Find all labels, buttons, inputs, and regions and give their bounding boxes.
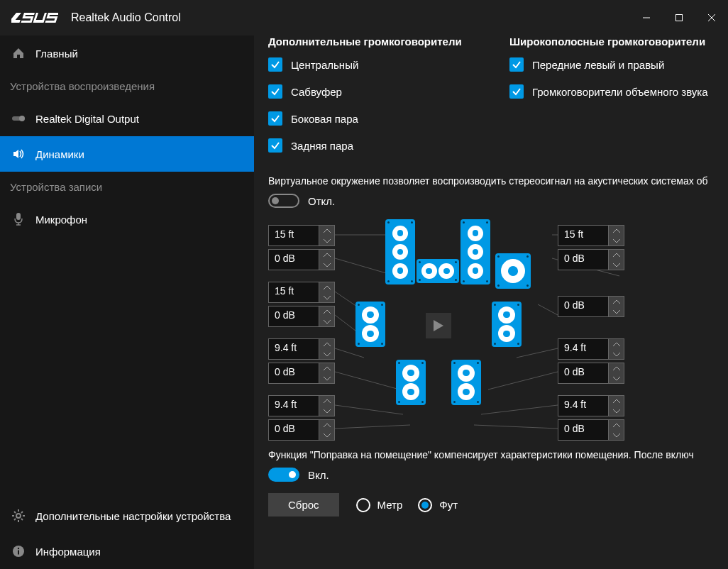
- play-button[interactable]: [426, 313, 451, 338]
- virtual-surround-state: Откл.: [308, 195, 335, 207]
- svg-line-14: [14, 519, 16, 520]
- gear-icon: [10, 509, 27, 522]
- distance-spinner[interactable]: 9.4 ft: [558, 338, 624, 360]
- gain-spinner[interactable]: 0 dB: [268, 419, 335, 441]
- chevron-up-icon[interactable]: [319, 306, 334, 316]
- content: Дополнительные громкоговорители Централь…: [254, 35, 728, 569]
- svg-line-25: [538, 304, 558, 315]
- svg-line-30: [335, 405, 403, 414]
- svg-line-31: [335, 425, 410, 429]
- chevron-down-icon[interactable]: [319, 430, 334, 440]
- checkbox-label: Передние левый и правый: [532, 59, 664, 71]
- distance-spinner[interactable]: 15 ft: [558, 225, 624, 246]
- chevron-up-icon[interactable]: [609, 420, 624, 430]
- sidebar-item-speakers[interactable]: Динамики: [0, 136, 254, 172]
- chevron-up-icon[interactable]: [319, 396, 334, 406]
- svg-rect-18: [18, 551, 19, 555]
- chevron-up-icon[interactable]: [319, 420, 334, 430]
- sidebar-item-label: Главный: [35, 48, 78, 60]
- checkbox-row-center[interactable]: Центральный: [268, 57, 481, 72]
- chevron-down-icon[interactable]: [319, 236, 334, 245]
- chevron-up-icon[interactable]: [609, 363, 624, 373]
- sidebar-item-digital-output[interactable]: Realtek Digital Output: [0, 101, 254, 136]
- sidebar-item-home[interactable]: Главный: [0, 35, 254, 71]
- chevron-up-icon[interactable]: [609, 226, 624, 236]
- minimize-button[interactable]: [630, 6, 663, 29]
- sidebar-item-info[interactable]: Информация: [0, 534, 254, 569]
- chevron-down-icon[interactable]: [609, 373, 624, 383]
- checkbox-row-surround[interactable]: Громкоговорители объемного звука: [509, 84, 708, 99]
- chevron-down-icon[interactable]: [319, 349, 334, 359]
- room-correction-toggle[interactable]: [268, 468, 299, 482]
- close-button[interactable]: [695, 6, 728, 29]
- speaker-side-right[interactable]: [492, 302, 522, 347]
- titlebar: Realtek Audio Control: [0, 0, 728, 35]
- sidebar-item-label: Микрофон: [35, 214, 87, 226]
- distance-spinner[interactable]: 9.4 ft: [268, 395, 335, 416]
- speaker-front-right[interactable]: [460, 219, 490, 284]
- checkbox-row-rear-pair[interactable]: Задняя пара: [268, 138, 481, 153]
- chevron-down-icon[interactable]: [319, 292, 334, 302]
- section-fullrange-title: Широкополосные громкоговорители: [509, 35, 708, 48]
- chevron-up-icon[interactable]: [609, 396, 624, 406]
- chevron-up-icon[interactable]: [609, 339, 624, 349]
- speaker-subwoofer[interactable]: [495, 253, 531, 289]
- sidebar: Главный Устройства воспроизведения Realt…: [0, 35, 254, 569]
- checkbox-label: Сабвуфер: [291, 86, 342, 98]
- svg-line-28: [517, 348, 558, 358]
- checkbox-row-front-lr[interactable]: Передние левый и правый: [509, 57, 708, 72]
- gain-spinner[interactable]: 0 dB: [268, 363, 335, 384]
- checkbox-row-side-pair[interactable]: Боковая пара: [268, 111, 481, 126]
- checkbox-label: Боковая пара: [291, 113, 358, 125]
- svg-point-17: [18, 548, 19, 549]
- gain-spinner[interactable]: 0 dB: [558, 249, 624, 270]
- distance-spinner[interactable]: 9.4 ft: [558, 395, 624, 416]
- checkbox-label: Центральный: [291, 59, 358, 71]
- chevron-down-icon[interactable]: [609, 236, 624, 245]
- chevron-down-icon[interactable]: [609, 406, 624, 416]
- distance-spinner[interactable]: 9.4 ft: [268, 338, 335, 360]
- chevron-up-icon[interactable]: [319, 226, 334, 236]
- chevron-up-icon[interactable]: [609, 250, 624, 260]
- maximize-button[interactable]: [663, 6, 695, 29]
- chevron-up-icon[interactable]: [319, 339, 334, 349]
- chevron-up-icon[interactable]: [609, 297, 624, 306]
- chevron-up-icon[interactable]: [319, 363, 334, 373]
- back-left-1-controls: 9.4 ft 0 dB: [268, 338, 335, 387]
- svg-line-27: [335, 372, 399, 390]
- speaker-side-left[interactable]: [355, 302, 385, 347]
- section-additional-title: Дополнительные громкоговорители: [268, 35, 481, 48]
- chevron-down-icon[interactable]: [319, 316, 334, 326]
- speaker-layout: 15 ft 0 dB 15 ft 0 dB 9.4 ft 0 dB 9.4 ft…: [268, 219, 728, 439]
- chevron-down-icon[interactable]: [609, 306, 624, 316]
- speaker-front-left[interactable]: [385, 219, 415, 284]
- chevron-down-icon[interactable]: [609, 260, 624, 270]
- speaker-center[interactable]: [417, 259, 459, 283]
- svg-line-15: [21, 512, 23, 513]
- speaker-back-left[interactable]: [396, 360, 426, 405]
- gain-spinner[interactable]: 0 dB: [558, 419, 624, 441]
- distance-spinner[interactable]: 15 ft: [268, 282, 335, 303]
- chevron-up-icon[interactable]: [319, 282, 334, 292]
- chevron-down-icon[interactable]: [319, 406, 334, 416]
- gain-spinner[interactable]: 0 dB: [268, 249, 335, 270]
- sidebar-item-extra-settings[interactable]: Дополнительные настройки устройства: [0, 498, 254, 534]
- checkbox-row-subwoofer[interactable]: Сабвуфер: [268, 84, 481, 99]
- chevron-down-icon[interactable]: [609, 349, 624, 359]
- chevron-up-icon[interactable]: [319, 250, 334, 260]
- checkbox-icon: [268, 111, 282, 126]
- sidebar-item-microphone[interactable]: Микрофон: [0, 201, 254, 237]
- chevron-down-icon[interactable]: [319, 260, 334, 270]
- gain-spinner[interactable]: 0 dB: [558, 296, 624, 317]
- distance-spinner[interactable]: 15 ft: [268, 225, 335, 246]
- radio-meter[interactable]: Метр: [356, 498, 403, 512]
- chevron-down-icon[interactable]: [609, 430, 624, 440]
- gain-spinner[interactable]: 0 dB: [558, 363, 624, 384]
- radio-foot[interactable]: Фут: [418, 498, 458, 512]
- chevron-down-icon[interactable]: [319, 373, 334, 383]
- reset-button[interactable]: Сброс: [268, 493, 339, 516]
- speaker-back-right[interactable]: [451, 360, 481, 405]
- virtual-surround-toggle[interactable]: [268, 194, 299, 208]
- gain-spinner[interactable]: 0 dB: [268, 306, 335, 327]
- checkbox-icon: [268, 138, 282, 153]
